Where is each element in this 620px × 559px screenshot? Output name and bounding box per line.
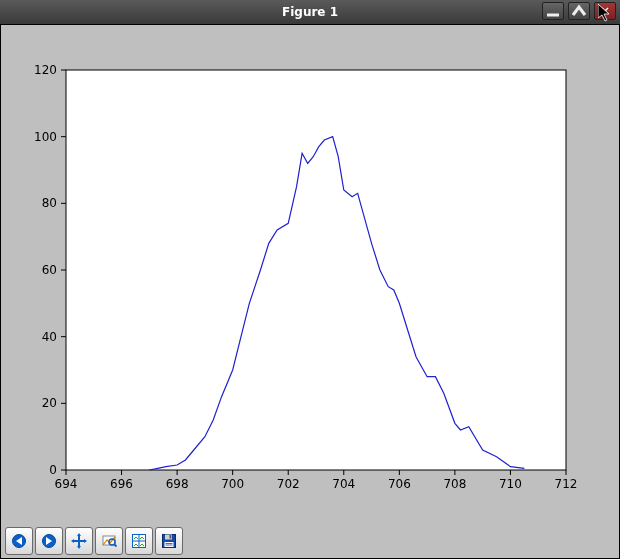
zoom-icon: [101, 533, 117, 549]
x-tick-label: 708: [443, 477, 466, 491]
floppy-disk-icon: [161, 533, 177, 549]
x-tick-label: 712: [555, 477, 578, 491]
plot-area: 6946966987007027047067087107120204060801…: [1, 40, 619, 523]
minimize-button[interactable]: [542, 2, 564, 20]
back-arrow-icon: [41, 533, 57, 549]
svg-marker-30: [77, 546, 81, 549]
matplotlib-toolbar: [5, 528, 183, 554]
svg-marker-32: [84, 539, 87, 543]
subplots-icon: [131, 533, 147, 549]
zoom-button[interactable]: [95, 527, 123, 555]
x-tick-label: 706: [388, 477, 411, 491]
y-tick-label: 20: [42, 396, 57, 410]
x-tick-label: 702: [277, 477, 300, 491]
chart-canvas: 6946966987007027047067087107120204060801…: [1, 40, 591, 510]
client-area: 6946966987007027047067087107120204060801…: [0, 24, 620, 559]
svg-line-35: [114, 544, 117, 547]
svg-marker-31: [71, 539, 74, 543]
svg-rect-4: [66, 70, 566, 470]
maximize-button[interactable]: [568, 2, 590, 20]
home-icon: [11, 533, 27, 549]
y-tick-label: 60: [42, 263, 57, 277]
y-tick-label: 120: [34, 63, 57, 77]
y-tick-label: 100: [34, 130, 57, 144]
home-button[interactable]: [5, 527, 33, 555]
pan-icon: [71, 533, 87, 549]
y-tick-label: 0: [49, 463, 57, 477]
x-tick-label: 700: [221, 477, 244, 491]
back-button[interactable]: [35, 527, 63, 555]
svg-rect-41: [170, 535, 172, 539]
y-tick-label: 40: [42, 330, 57, 344]
x-tick-label: 704: [332, 477, 355, 491]
window-title: Figure 1: [0, 5, 620, 19]
x-tick-label: 696: [110, 477, 133, 491]
x-tick-label: 698: [166, 477, 189, 491]
subplots-button[interactable]: [125, 527, 153, 555]
x-tick-label: 710: [499, 477, 522, 491]
save-button[interactable]: [155, 527, 183, 555]
svg-rect-42: [165, 542, 174, 547]
y-tick-label: 80: [42, 196, 57, 210]
close-button[interactable]: [594, 2, 616, 20]
x-tick-label: 694: [55, 477, 78, 491]
pan-button[interactable]: [65, 527, 93, 555]
window-buttons: [542, 2, 616, 20]
svg-marker-29: [77, 533, 81, 536]
titlebar: Figure 1: [0, 0, 620, 24]
